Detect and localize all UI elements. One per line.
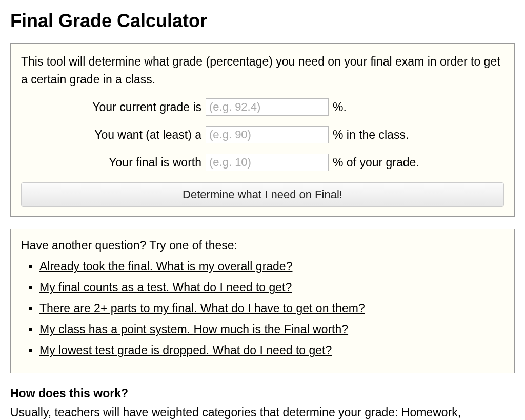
other-questions-panel: Have another question? Try one of these:…: [10, 229, 515, 373]
input-current-grade[interactable]: [206, 98, 329, 116]
other-questions-list: Already took the final. What is my overa…: [21, 259, 504, 359]
suffix-current-grade: %.: [329, 100, 347, 114]
suffix-desired-grade: % in the class.: [329, 128, 409, 142]
row-desired-grade: You want (at least) a % in the class.: [21, 126, 504, 143]
link-overall-grade[interactable]: Already took the final. What is my overa…: [39, 260, 292, 273]
how-heading: How does this work?: [10, 387, 515, 401]
determine-button[interactable]: Determine what I need on Final!: [21, 182, 504, 207]
row-current-grade: Your current grade is %.: [21, 98, 504, 116]
how-body: Usually, teachers will have weighted cat…: [10, 404, 515, 420]
row-final-worth: Your final is worth % of your grade.: [21, 154, 504, 171]
link-multi-part-final[interactable]: There are 2+ parts to my final. What do …: [39, 302, 365, 315]
list-item: My final counts as a test. What do I nee…: [39, 280, 504, 296]
input-final-worth[interactable]: [206, 154, 329, 171]
link-final-as-test[interactable]: My final counts as a test. What do I nee…: [39, 281, 292, 294]
label-desired-grade: You want (at least) a: [21, 128, 206, 142]
link-dropped-test[interactable]: My lowest test grade is dropped. What do…: [39, 344, 332, 357]
intro-text: This tool will determine what grade (per…: [21, 53, 504, 88]
list-item: My class has a point system. How much is…: [39, 322, 504, 338]
list-item: My lowest test grade is dropped. What do…: [39, 343, 504, 359]
suffix-final-worth: % of your grade.: [329, 156, 419, 170]
input-desired-grade[interactable]: [206, 126, 329, 143]
list-item: There are 2+ parts to my final. What do …: [39, 301, 504, 317]
calculator-panel: This tool will determine what grade (per…: [10, 43, 515, 217]
label-final-worth: Your final is worth: [21, 156, 206, 170]
link-point-system[interactable]: My class has a point system. How much is…: [39, 323, 348, 336]
list-item: Already took the final. What is my overa…: [39, 259, 504, 275]
page-title: Final Grade Calculator: [10, 10, 515, 32]
label-current-grade: Your current grade is: [21, 100, 206, 114]
other-questions-intro: Have another question? Try one of these:: [21, 239, 504, 253]
